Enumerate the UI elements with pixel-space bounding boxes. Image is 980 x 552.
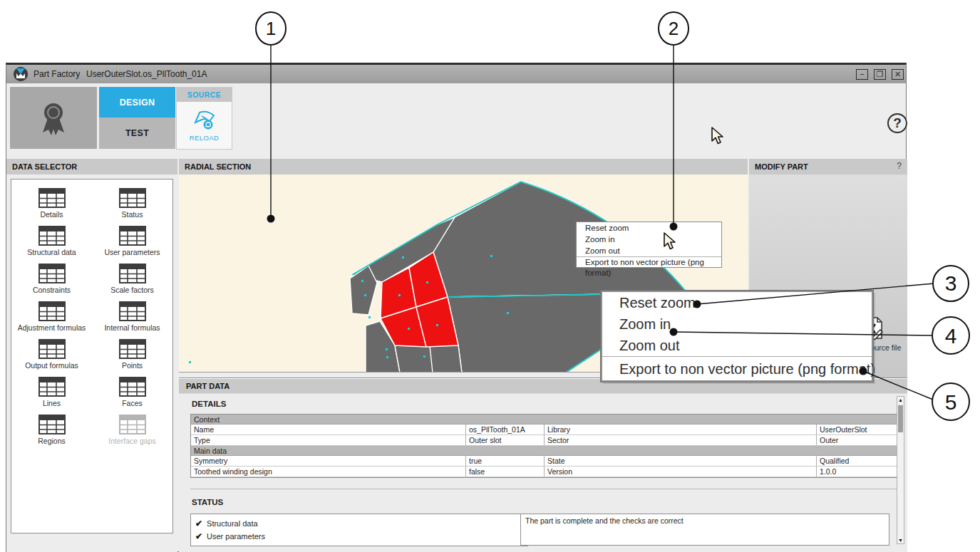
- scroll-up-arrow[interactable]: ▲: [897, 397, 904, 402]
- details-group-row: Main data: [191, 446, 899, 456]
- radial-section-title: RADIAL SECTION: [185, 162, 251, 171]
- checkmark-icon: ✔: [195, 519, 202, 528]
- help-button[interactable]: ?: [887, 113, 907, 133]
- menu-item-zoom-in[interactable]: Zoom in: [602, 313, 872, 335]
- checkmark-icon: ✔: [195, 531, 202, 541]
- title-bar: Part Factory UserOuterSlot.os_PllTooth_0…: [6, 65, 906, 83]
- menu-item-reset-zoom[interactable]: Reset zoom: [577, 222, 721, 234]
- data-table-icon: [38, 377, 66, 397]
- data-selector-item-label: Internal formulas: [104, 323, 160, 332]
- document-title: UserOuterSlot.os_PllTooth_01A: [86, 69, 207, 79]
- details-cell: Outer: [817, 435, 901, 445]
- close-button[interactable]: ✕: [892, 69, 904, 80]
- figure: Part Factory UserOuterSlot.os_PllTooth_0…: [0, 0, 980, 552]
- qualified-badge-button[interactable]: [10, 87, 97, 149]
- data-selector-item-lines[interactable]: Lines: [11, 377, 92, 415]
- svg-text:4: 4: [945, 324, 957, 348]
- checkmark-icon: ✔: [195, 544, 202, 546]
- details-cell: Name: [191, 425, 466, 434]
- source-group-label: SOURCE: [177, 88, 232, 102]
- data-table-icon: [119, 415, 146, 434]
- data-selector-item-status[interactable]: Status: [92, 188, 172, 226]
- reload-button[interactable]: RELOAD: [177, 102, 232, 149]
- status-message-box: The part is complete and the checks are …: [520, 514, 889, 546]
- data-selector-item-regions[interactable]: Regions: [11, 415, 92, 452]
- data-selector-title: DATA SELECTOR: [12, 162, 77, 171]
- details-cell: State: [545, 456, 817, 466]
- data-table-icon: [119, 188, 146, 208]
- data-selector-item-label: Adjustment formulas: [18, 323, 86, 332]
- data-selector-list: DetailsStatusStructural dataUser paramet…: [11, 179, 173, 533]
- data-table-icon: [38, 339, 66, 359]
- data-selector-item-internal-formulas[interactable]: Internal formulas: [92, 301, 172, 339]
- details-table: ContextNameos_PllTooth_01ALibraryUserOut…: [190, 414, 900, 478]
- data-selector-item-label: Constraints: [33, 286, 71, 294]
- part-data-scrollbar[interactable]: ▲ ▼: [897, 396, 904, 544]
- divider: [190, 489, 900, 489]
- menu-item-reset-zoom[interactable]: Reset zoom: [602, 292, 872, 313]
- data-table-icon: [119, 226, 146, 246]
- status-check-label: User parameters: [207, 532, 265, 541]
- data-table-icon: [119, 339, 146, 359]
- reload-sector-icon: [192, 110, 217, 131]
- status-check-label: Structural data: [207, 519, 258, 528]
- scroll-down-arrow[interactable]: ▼: [897, 538, 904, 543]
- menu-item-export-png[interactable]: Export to non vector picture (png format…: [577, 256, 721, 267]
- menu-item-zoom-in[interactable]: Zoom in: [577, 234, 721, 245]
- data-selector-item-constraints[interactable]: Constraints: [11, 264, 92, 301]
- data-table-icon: [119, 301, 146, 321]
- menu-item-zoom-out[interactable]: Zoom out: [577, 245, 721, 256]
- tab-test[interactable]: TEST: [99, 118, 175, 149]
- modify-part-header: MODIFY PART ?: [749, 159, 907, 175]
- status-check-item: ✔Constraints: [195, 543, 527, 546]
- data-selector-item-interface-gaps: Interface gaps: [92, 415, 172, 452]
- data-selector-item-user-parameters[interactable]: User parameters: [92, 226, 172, 264]
- data-selector-item-output-formulas[interactable]: Output formulas: [11, 339, 92, 377]
- modify-part-help[interactable]: ?: [897, 161, 902, 171]
- radial-section-header: RADIAL SECTION: [179, 159, 748, 175]
- reload-button-label: RELOAD: [190, 134, 219, 142]
- data-selector-header: DATA SELECTOR: [6, 159, 177, 175]
- data-table-icon: [119, 264, 146, 283]
- data-selector-item-label: Lines: [43, 399, 61, 407]
- menu-item-export-png[interactable]: Export to non vector picture (png format…: [602, 356, 872, 380]
- data-selector-item-details[interactable]: Details: [11, 188, 92, 226]
- data-table-icon: [38, 226, 66, 246]
- menu-item-zoom-out[interactable]: Zoom out: [602, 335, 872, 356]
- data-table-icon: [38, 415, 66, 434]
- part-data-panel: PART DATA DETAILS ContextNameos_PllTooth…: [179, 377, 907, 552]
- details-cell: Symmetry: [191, 456, 466, 466]
- status-check-item: ✔Structural data: [195, 517, 527, 530]
- data-table-icon: [38, 264, 66, 283]
- scrollbar-thumb[interactable]: [898, 405, 903, 432]
- data-table-icon: [38, 301, 66, 321]
- details-cell: false: [466, 467, 545, 477]
- data-selector-item-label: Status: [122, 210, 143, 219]
- zoom-context-menu-enlarged: Reset zoomZoom inZoom outExport to non v…: [601, 291, 873, 382]
- data-table-icon: [38, 188, 66, 208]
- details-cell: Outer slot: [466, 435, 545, 445]
- modify-part-title: MODIFY PART: [755, 162, 808, 171]
- data-selector-item-faces[interactable]: Faces: [92, 377, 172, 415]
- data-selector-item-scale-factors[interactable]: Scale factors: [92, 264, 172, 301]
- details-cell: UserOuterSlot: [817, 425, 901, 434]
- status-check-label: Constraints: [207, 545, 247, 546]
- details-cell: Qualified: [817, 456, 901, 466]
- minimize-button[interactable]: −: [856, 69, 868, 80]
- data-selector-item-adjustment-formulas[interactable]: Adjustment formulas: [11, 301, 92, 339]
- data-selector-item-label: Output formulas: [25, 361, 78, 370]
- details-cell: Version: [545, 467, 817, 477]
- source-group: SOURCE RELOAD: [176, 87, 232, 150]
- status-message: The part is complete and the checks are …: [525, 516, 684, 525]
- details-cell: Type: [191, 435, 466, 445]
- details-data-row: SymmetrytrueStateQualified: [191, 456, 899, 467]
- restore-button[interactable]: ❐: [874, 69, 886, 80]
- details-cell: 1.0.0: [817, 467, 901, 477]
- data-selector-item-points[interactable]: Points: [92, 339, 172, 377]
- data-selector-item-label: Structural data: [27, 248, 76, 256]
- status-title: STATUS: [192, 498, 223, 506]
- svg-text:1: 1: [266, 18, 276, 39]
- tab-design[interactable]: DESIGN: [99, 87, 175, 118]
- status-check-item: ✔User parameters: [195, 530, 527, 543]
- data-selector-item-structural-data[interactable]: Structural data: [11, 226, 92, 264]
